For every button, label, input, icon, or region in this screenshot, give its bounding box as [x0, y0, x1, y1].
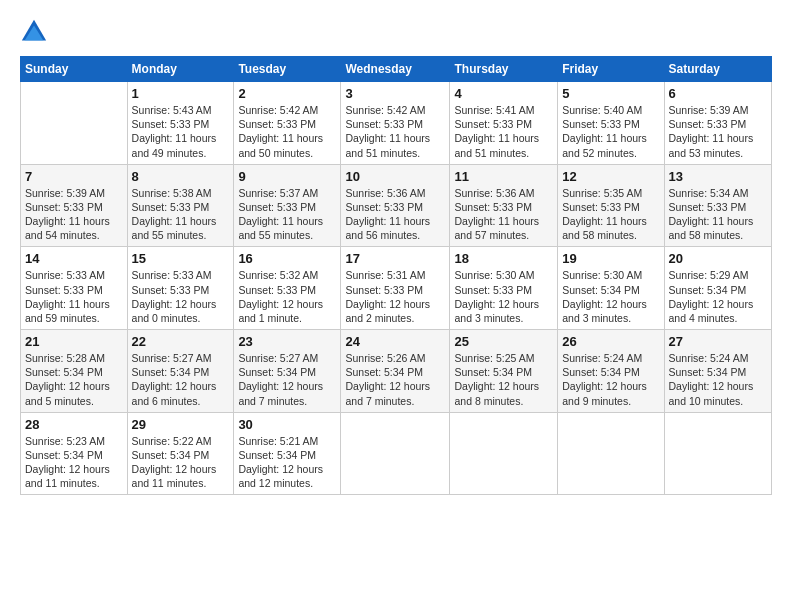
day-detail: Sunrise: 5:39 AM Sunset: 5:33 PM Dayligh… [25, 186, 123, 243]
calendar-cell: 11Sunrise: 5:36 AM Sunset: 5:33 PM Dayli… [450, 164, 558, 247]
calendar-cell: 13Sunrise: 5:34 AM Sunset: 5:33 PM Dayli… [664, 164, 771, 247]
day-detail: Sunrise: 5:32 AM Sunset: 5:33 PM Dayligh… [238, 268, 336, 325]
day-number: 16 [238, 251, 336, 266]
day-number: 23 [238, 334, 336, 349]
day-number: 17 [345, 251, 445, 266]
calendar-cell: 17Sunrise: 5:31 AM Sunset: 5:33 PM Dayli… [341, 247, 450, 330]
page-container: SundayMondayTuesdayWednesdayThursdayFrid… [0, 0, 792, 505]
day-number: 5 [562, 86, 659, 101]
day-number: 1 [132, 86, 230, 101]
calendar-body: 1Sunrise: 5:43 AM Sunset: 5:33 PM Daylig… [21, 82, 772, 495]
day-number: 3 [345, 86, 445, 101]
day-detail: Sunrise: 5:33 AM Sunset: 5:33 PM Dayligh… [132, 268, 230, 325]
calendar-cell: 8Sunrise: 5:38 AM Sunset: 5:33 PM Daylig… [127, 164, 234, 247]
day-detail: Sunrise: 5:30 AM Sunset: 5:33 PM Dayligh… [454, 268, 553, 325]
calendar-cell [341, 412, 450, 495]
day-detail: Sunrise: 5:34 AM Sunset: 5:33 PM Dayligh… [669, 186, 767, 243]
day-number: 26 [562, 334, 659, 349]
day-number: 29 [132, 417, 230, 432]
calendar-week-row: 1Sunrise: 5:43 AM Sunset: 5:33 PM Daylig… [21, 82, 772, 165]
column-header-monday: Monday [127, 57, 234, 82]
calendar-cell: 5Sunrise: 5:40 AM Sunset: 5:33 PM Daylig… [558, 82, 664, 165]
calendar-cell: 23Sunrise: 5:27 AM Sunset: 5:34 PM Dayli… [234, 330, 341, 413]
day-number: 30 [238, 417, 336, 432]
day-detail: Sunrise: 5:22 AM Sunset: 5:34 PM Dayligh… [132, 434, 230, 491]
day-number: 14 [25, 251, 123, 266]
day-number: 19 [562, 251, 659, 266]
day-number: 28 [25, 417, 123, 432]
calendar-cell: 18Sunrise: 5:30 AM Sunset: 5:33 PM Dayli… [450, 247, 558, 330]
calendar-cell [21, 82, 128, 165]
day-number: 20 [669, 251, 767, 266]
calendar-cell: 14Sunrise: 5:33 AM Sunset: 5:33 PM Dayli… [21, 247, 128, 330]
day-detail: Sunrise: 5:36 AM Sunset: 5:33 PM Dayligh… [454, 186, 553, 243]
day-number: 11 [454, 169, 553, 184]
calendar-cell [558, 412, 664, 495]
calendar-cell: 3Sunrise: 5:42 AM Sunset: 5:33 PM Daylig… [341, 82, 450, 165]
day-number: 21 [25, 334, 123, 349]
day-detail: Sunrise: 5:39 AM Sunset: 5:33 PM Dayligh… [669, 103, 767, 160]
day-number: 18 [454, 251, 553, 266]
day-detail: Sunrise: 5:37 AM Sunset: 5:33 PM Dayligh… [238, 186, 336, 243]
day-detail: Sunrise: 5:42 AM Sunset: 5:33 PM Dayligh… [345, 103, 445, 160]
column-header-tuesday: Tuesday [234, 57, 341, 82]
day-detail: Sunrise: 5:21 AM Sunset: 5:34 PM Dayligh… [238, 434, 336, 491]
calendar-cell: 25Sunrise: 5:25 AM Sunset: 5:34 PM Dayli… [450, 330, 558, 413]
day-number: 7 [25, 169, 123, 184]
calendar-week-row: 28Sunrise: 5:23 AM Sunset: 5:34 PM Dayli… [21, 412, 772, 495]
calendar-week-row: 7Sunrise: 5:39 AM Sunset: 5:33 PM Daylig… [21, 164, 772, 247]
day-detail: Sunrise: 5:35 AM Sunset: 5:33 PM Dayligh… [562, 186, 659, 243]
day-detail: Sunrise: 5:38 AM Sunset: 5:33 PM Dayligh… [132, 186, 230, 243]
calendar-week-row: 14Sunrise: 5:33 AM Sunset: 5:33 PM Dayli… [21, 247, 772, 330]
calendar-cell: 6Sunrise: 5:39 AM Sunset: 5:33 PM Daylig… [664, 82, 771, 165]
day-detail: Sunrise: 5:31 AM Sunset: 5:33 PM Dayligh… [345, 268, 445, 325]
day-number: 2 [238, 86, 336, 101]
calendar-table: SundayMondayTuesdayWednesdayThursdayFrid… [20, 56, 772, 495]
calendar-cell: 10Sunrise: 5:36 AM Sunset: 5:33 PM Dayli… [341, 164, 450, 247]
calendar-cell: 30Sunrise: 5:21 AM Sunset: 5:34 PM Dayli… [234, 412, 341, 495]
calendar-cell: 19Sunrise: 5:30 AM Sunset: 5:34 PM Dayli… [558, 247, 664, 330]
day-detail: Sunrise: 5:33 AM Sunset: 5:33 PM Dayligh… [25, 268, 123, 325]
day-detail: Sunrise: 5:41 AM Sunset: 5:33 PM Dayligh… [454, 103, 553, 160]
header [20, 18, 772, 46]
day-detail: Sunrise: 5:27 AM Sunset: 5:34 PM Dayligh… [132, 351, 230, 408]
day-detail: Sunrise: 5:27 AM Sunset: 5:34 PM Dayligh… [238, 351, 336, 408]
day-number: 22 [132, 334, 230, 349]
day-detail: Sunrise: 5:24 AM Sunset: 5:34 PM Dayligh… [669, 351, 767, 408]
day-detail: Sunrise: 5:23 AM Sunset: 5:34 PM Dayligh… [25, 434, 123, 491]
day-number: 6 [669, 86, 767, 101]
day-number: 10 [345, 169, 445, 184]
day-number: 13 [669, 169, 767, 184]
calendar-header-row: SundayMondayTuesdayWednesdayThursdayFrid… [21, 57, 772, 82]
day-number: 8 [132, 169, 230, 184]
day-detail: Sunrise: 5:42 AM Sunset: 5:33 PM Dayligh… [238, 103, 336, 160]
calendar-cell: 26Sunrise: 5:24 AM Sunset: 5:34 PM Dayli… [558, 330, 664, 413]
day-number: 15 [132, 251, 230, 266]
day-detail: Sunrise: 5:40 AM Sunset: 5:33 PM Dayligh… [562, 103, 659, 160]
day-detail: Sunrise: 5:28 AM Sunset: 5:34 PM Dayligh… [25, 351, 123, 408]
calendar-cell: 22Sunrise: 5:27 AM Sunset: 5:34 PM Dayli… [127, 330, 234, 413]
column-header-friday: Friday [558, 57, 664, 82]
calendar-cell: 12Sunrise: 5:35 AM Sunset: 5:33 PM Dayli… [558, 164, 664, 247]
day-number: 9 [238, 169, 336, 184]
calendar-cell: 2Sunrise: 5:42 AM Sunset: 5:33 PM Daylig… [234, 82, 341, 165]
day-number: 4 [454, 86, 553, 101]
calendar-week-row: 21Sunrise: 5:28 AM Sunset: 5:34 PM Dayli… [21, 330, 772, 413]
calendar-cell: 29Sunrise: 5:22 AM Sunset: 5:34 PM Dayli… [127, 412, 234, 495]
calendar-cell: 20Sunrise: 5:29 AM Sunset: 5:34 PM Dayli… [664, 247, 771, 330]
day-detail: Sunrise: 5:30 AM Sunset: 5:34 PM Dayligh… [562, 268, 659, 325]
column-header-saturday: Saturday [664, 57, 771, 82]
day-number: 27 [669, 334, 767, 349]
day-detail: Sunrise: 5:36 AM Sunset: 5:33 PM Dayligh… [345, 186, 445, 243]
logo-icon [20, 18, 48, 46]
day-detail: Sunrise: 5:43 AM Sunset: 5:33 PM Dayligh… [132, 103, 230, 160]
calendar-cell: 21Sunrise: 5:28 AM Sunset: 5:34 PM Dayli… [21, 330, 128, 413]
day-number: 25 [454, 334, 553, 349]
calendar-cell: 28Sunrise: 5:23 AM Sunset: 5:34 PM Dayli… [21, 412, 128, 495]
calendar-cell: 15Sunrise: 5:33 AM Sunset: 5:33 PM Dayli… [127, 247, 234, 330]
column-header-wednesday: Wednesday [341, 57, 450, 82]
calendar-cell: 4Sunrise: 5:41 AM Sunset: 5:33 PM Daylig… [450, 82, 558, 165]
calendar-cell: 1Sunrise: 5:43 AM Sunset: 5:33 PM Daylig… [127, 82, 234, 165]
column-header-sunday: Sunday [21, 57, 128, 82]
calendar-cell: 9Sunrise: 5:37 AM Sunset: 5:33 PM Daylig… [234, 164, 341, 247]
